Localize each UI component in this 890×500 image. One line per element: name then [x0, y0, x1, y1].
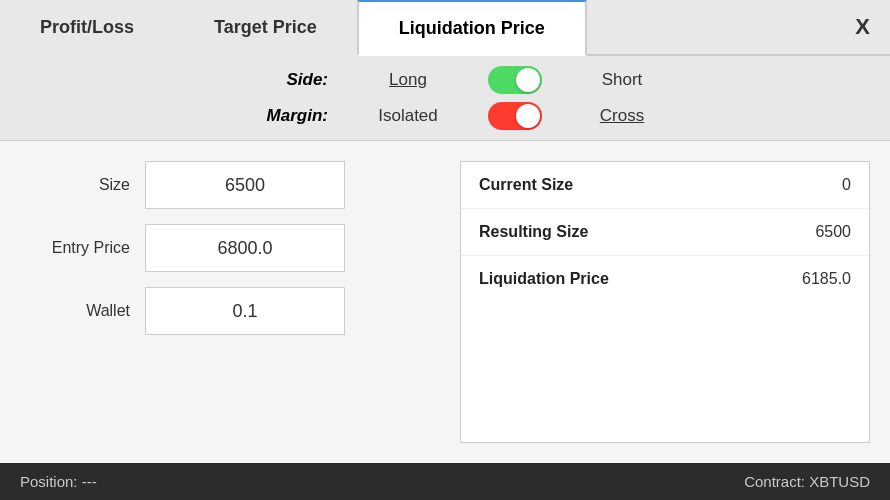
margin-row: Margin: Isolated Cross [30, 102, 860, 130]
size-label: Size [20, 176, 130, 194]
tab-target-price[interactable]: Target Price [174, 0, 357, 56]
entry-price-label: Entry Price [20, 239, 130, 257]
margin-label: Margin: [228, 106, 328, 126]
side-row: Side: Long Short [30, 66, 860, 94]
resulting-size-row: Resulting Size 6500 [461, 209, 869, 256]
margin-cross-option[interactable]: Cross [582, 106, 662, 126]
right-info-panel: Current Size 0 Resulting Size 6500 Liqui… [460, 161, 870, 443]
side-short-option[interactable]: Short [582, 70, 662, 90]
liquidation-price-value: 6185.0 [802, 270, 851, 288]
liquidation-price-row: Liquidation Price 6185.0 [461, 256, 869, 302]
main-content: Side: Long Short Margin: Isolated Cross [0, 56, 890, 463]
side-toggle-container [488, 66, 542, 94]
side-toggle-knob [516, 68, 540, 92]
tab-bar: Profit/Loss Target Price Liquidation Pri… [0, 0, 890, 56]
resulting-size-key: Resulting Size [479, 223, 588, 241]
current-size-key: Current Size [479, 176, 573, 194]
wallet-label: Wallet [20, 302, 130, 320]
size-input[interactable] [145, 161, 345, 209]
margin-toggle-knob [516, 104, 540, 128]
entry-price-input[interactable] [145, 224, 345, 272]
status-position: Position: --- [20, 473, 97, 490]
tab-profit-loss[interactable]: Profit/Loss [0, 0, 174, 56]
status-contract: Contract: XBTUSD [744, 473, 870, 490]
entry-price-row: Entry Price [20, 224, 440, 272]
close-button[interactable]: X [835, 0, 890, 54]
side-label: Side: [228, 70, 328, 90]
margin-toggle-container [488, 102, 542, 130]
liquidation-price-key: Liquidation Price [479, 270, 609, 288]
size-row: Size [20, 161, 440, 209]
margin-toggle[interactable] [488, 102, 542, 130]
status-bar: Position: --- Contract: XBTUSD [0, 463, 890, 500]
inputs-section: Size Entry Price Wallet Current Size 0 R… [0, 141, 890, 463]
side-long-option[interactable]: Long [368, 70, 448, 90]
wallet-row: Wallet [20, 287, 440, 335]
resulting-size-value: 6500 [815, 223, 851, 241]
current-size-row: Current Size 0 [461, 162, 869, 209]
wallet-input[interactable] [145, 287, 345, 335]
current-size-value: 0 [842, 176, 851, 194]
settings-section: Side: Long Short Margin: Isolated Cross [0, 56, 890, 141]
tab-liquidation-price[interactable]: Liquidation Price [357, 0, 587, 56]
left-inputs: Size Entry Price Wallet [20, 161, 440, 443]
margin-isolated-option[interactable]: Isolated [368, 106, 448, 126]
side-toggle[interactable] [488, 66, 542, 94]
